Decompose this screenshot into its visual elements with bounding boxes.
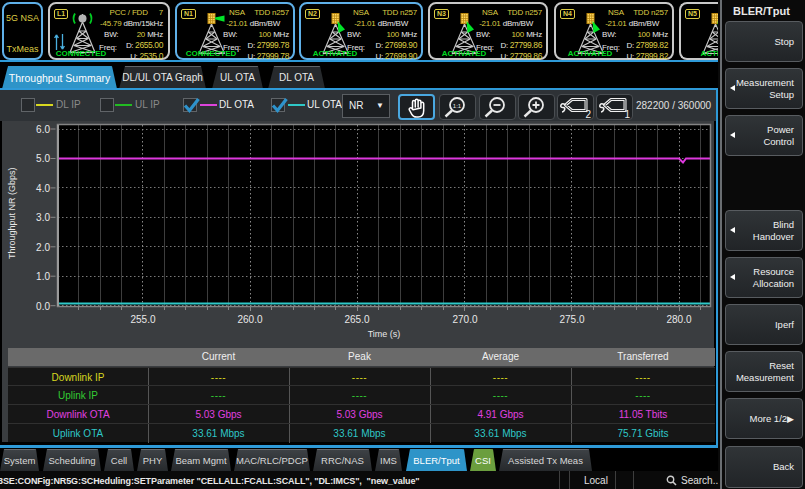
svg-text:2: 2 [585, 109, 591, 119]
svg-text:1: 1 [624, 109, 630, 119]
svg-text:1:1: 1:1 [453, 103, 462, 109]
